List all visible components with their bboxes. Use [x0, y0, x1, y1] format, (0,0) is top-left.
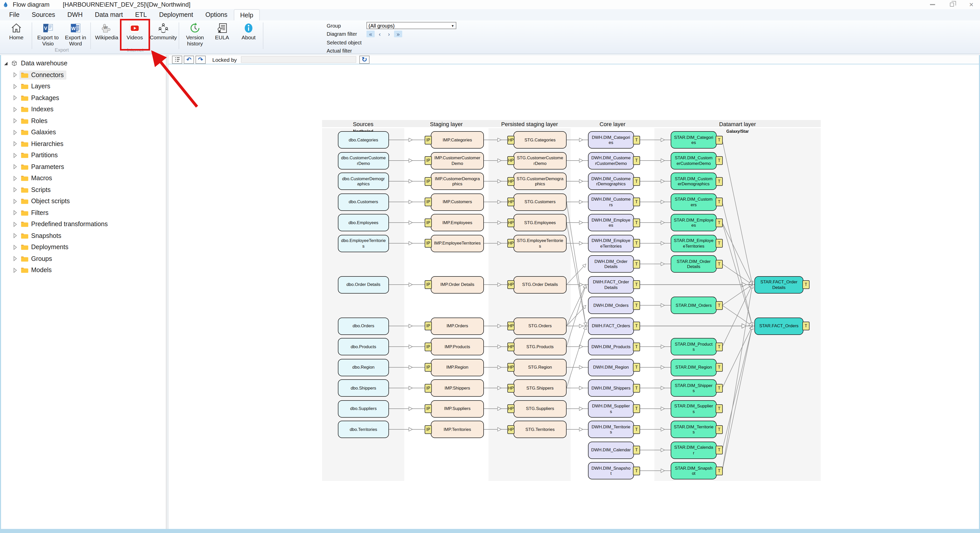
group-select[interactable]: (All groups) ▼ — [366, 22, 456, 29]
sidebar-item-groups[interactable]: Groups — [1, 253, 166, 264]
diagram-node-dbo-products[interactable]: dbo.Products — [338, 338, 389, 355]
transform-tag-hp[interactable]: HP — [508, 135, 514, 144]
transform-tag-t[interactable]: T — [716, 383, 723, 392]
diagram-node-stg-order-details[interactable]: STG.Order Details — [514, 276, 566, 293]
transform-tag-t[interactable]: T — [716, 342, 723, 351]
diagram-node-dbo-suppliers[interactable]: dbo.Suppliers — [338, 400, 389, 417]
close-button[interactable]: ✕ — [968, 1, 975, 8]
diagram-node-stg-suppliers[interactable]: STG.Suppliers — [514, 400, 566, 417]
diagram-node-stg-orders[interactable]: STG.Orders — [514, 317, 566, 335]
sidebar-item-models[interactable]: Models — [1, 264, 166, 276]
diagram-node-dbo-customers[interactable]: dbo.Customers — [338, 193, 389, 211]
diagram-node-star-dim-snapshot[interactable]: STAR.DIM_Snapshot — [671, 462, 717, 479]
diagram-node-stg-customerdemographics[interactable]: STG.CustomerDemographics — [514, 173, 566, 190]
sidebar-item-snapshots[interactable]: Snapshots — [1, 230, 166, 242]
menu-item-file[interactable]: File — [3, 9, 25, 21]
diagram-node-star-dim-shippers[interactable]: STAR.DIM_Shippers — [671, 379, 717, 397]
transform-tag-t[interactable]: T — [633, 301, 640, 310]
ribbon-button-version-history[interactable]: Version history — [181, 21, 209, 52]
ribbon-button-eula[interactable]: EULA — [209, 21, 235, 52]
diagram-node-stg-customers[interactable]: STG.Customers — [514, 193, 566, 211]
expander-collapsed-icon[interactable] — [12, 176, 18, 181]
diagram-node-imp-employees[interactable]: IMP.Employees — [431, 214, 484, 231]
transform-tag-hp[interactable]: HP — [508, 156, 514, 165]
diagram-node-dbo-customercustomerdemo[interactable]: dbo.CustomerCustomerDemo — [338, 152, 389, 169]
redo-button[interactable]: ↷ — [196, 56, 206, 64]
sidebar-item-indexes[interactable]: Indexes — [1, 103, 166, 115]
transform-tag-hp[interactable]: HP — [508, 197, 514, 206]
sidebar-item-object-scripts[interactable]: Object scripts — [1, 196, 166, 207]
locked-by-field[interactable] — [241, 56, 356, 63]
transform-tag-t[interactable]: T — [633, 177, 640, 186]
diagram-node-imp-order-details[interactable]: IMP.Order Details — [431, 276, 484, 293]
transform-tag-t[interactable]: T — [716, 466, 723, 475]
transform-tag-t[interactable]: T — [633, 280, 640, 289]
expander-collapsed-icon[interactable] — [12, 233, 18, 239]
diagram-node-imp-categories[interactable]: IMP.Categories — [431, 131, 484, 149]
tree-root-data-warehouse[interactable]: Data warehouse — [1, 58, 166, 69]
diagram-node-dbo-order-details[interactable]: dbo.Order Details — [338, 276, 389, 293]
diagram-node-dwh-dim-customerdemographics[interactable]: DWH.DIM_CustomerDemographics — [588, 173, 634, 190]
sidebar-item-galaxies[interactable]: Galaxies — [1, 127, 166, 138]
transform-tag-hp[interactable]: HP — [508, 321, 514, 330]
diagram-filter-previous-button[interactable]: ‹ — [375, 31, 384, 38]
diagram-node-dwh-dim-employeeterritories[interactable]: DWH.DIM_EmployeeTerritories — [588, 235, 634, 252]
expander-collapsed-icon[interactable] — [12, 130, 18, 135]
transform-tag-ip[interactable]: IP — [425, 239, 432, 248]
transform-tag-hp[interactable]: HP — [508, 177, 514, 186]
diagram-node-stg-customercustomerdemo[interactable]: STG.CustomerCustomerDemo — [514, 152, 566, 169]
transform-tag-ip[interactable]: IP — [425, 425, 432, 434]
diagram-node-dwh-dim-orders[interactable]: DWH.DIM_Orders — [588, 297, 634, 314]
expander-collapsed-icon[interactable] — [12, 221, 18, 227]
diagram-node-dwh-fact-order-details[interactable]: DWH.FACT_Order Details — [588, 276, 634, 293]
sidebar-item-connectors[interactable]: Connectors — [1, 69, 166, 81]
diagram-node-star-dim-customers[interactable]: STAR.DIM_Customers — [671, 193, 717, 211]
diagram-node-stg-employees[interactable]: STG.Employees — [514, 214, 566, 231]
diagram-node-dwh-dim-order-details[interactable]: DWH.DIM_Order Details — [588, 255, 634, 273]
diagram-node-dbo-orders[interactable]: dbo.Orders — [338, 317, 389, 335]
diagram-node-dwh-dim-customers[interactable]: DWH.DIM_Customers — [588, 193, 634, 211]
diagram-node-dwh-dim-territories[interactable]: DWH.DIM_Territories — [588, 421, 634, 438]
ribbon-button-home[interactable]: Home — [2, 21, 30, 52]
diagram-node-star-fact-orders[interactable]: STAR.FACT_Orders — [754, 317, 803, 335]
sidebar-item-macros[interactable]: Macros — [1, 173, 166, 184]
expander-collapsed-icon[interactable] — [12, 199, 18, 204]
expander-collapsed-icon[interactable] — [12, 153, 18, 158]
diagram-node-dwh-dim-region[interactable]: DWH.DIM_Region — [588, 359, 634, 376]
diagram-node-imp-territories[interactable]: IMP.Territories — [431, 421, 484, 438]
diagram-node-star-dim-categories[interactable]: STAR.DIM_Categories — [671, 131, 717, 149]
ribbon-button-community[interactable]: Community — [149, 21, 178, 52]
transform-tag-t[interactable]: T — [716, 197, 723, 206]
diagram-node-dbo-region[interactable]: dbo.Region — [338, 359, 389, 376]
diagram-node-dwh-dim-suppliers[interactable]: DWH.DIM_Suppliers — [588, 400, 634, 417]
sidebar-item-partitions[interactable]: Partitions — [1, 150, 166, 161]
transform-tag-hp[interactable]: HP — [508, 425, 514, 434]
transform-tag-t[interactable]: T — [716, 446, 723, 454]
transform-tag-t[interactable]: T — [716, 156, 723, 165]
transform-tag-t[interactable]: T — [633, 363, 640, 372]
diagram-node-imp-region[interactable]: IMP.Region — [431, 359, 484, 376]
diagram-node-stg-region[interactable]: STG.Region — [514, 359, 566, 376]
expander-collapsed-icon[interactable] — [12, 107, 18, 112]
diagram-node-star-dim-customercustomerdemo[interactable]: STAR.DIM_CustomerCustomerDemo — [671, 152, 717, 169]
expander-collapsed-icon[interactable] — [12, 267, 18, 273]
diagram-node-star-dim-order-details[interactable]: STAR.DIM_Order Details — [671, 255, 717, 273]
diagram-node-dwh-dim-employees[interactable]: DWH.DIM_Employees — [588, 214, 634, 231]
diagram-node-star-dim-employees[interactable]: STAR.DIM_Employees — [671, 214, 717, 231]
transform-tag-t[interactable]: T — [716, 425, 723, 434]
transform-tag-ip[interactable]: IP — [425, 383, 432, 392]
transform-tag-t[interactable]: T — [633, 321, 640, 330]
menu-item-etl[interactable]: ETL — [129, 9, 153, 21]
sidebar-item-roles[interactable]: Roles — [1, 115, 166, 127]
diagram-node-dbo-customerdemographics[interactable]: dbo.CustomerDemographics — [338, 173, 389, 190]
diagram-node-stg-shippers[interactable]: STG.Shippers — [514, 379, 566, 397]
sidebar-item-deployments[interactable]: Deployments — [1, 242, 166, 253]
diagram-node-star-dim-region[interactable]: STAR.DIM_Region — [671, 359, 717, 376]
transform-tag-t[interactable]: T — [716, 259, 723, 268]
ribbon-button-wikipedia[interactable]: WWikipedia — [93, 21, 121, 52]
diagram-node-stg-categories[interactable]: STG.Categories — [514, 131, 566, 149]
transform-tag-hp[interactable]: HP — [508, 239, 514, 248]
diagram-node-dwh-dim-customercustomerdemo[interactable]: DWH.DIM_CustomerCustomerDemo — [588, 152, 634, 169]
transform-tag-t[interactable]: T — [716, 363, 723, 372]
transform-tag-t[interactable]: T — [716, 218, 723, 227]
